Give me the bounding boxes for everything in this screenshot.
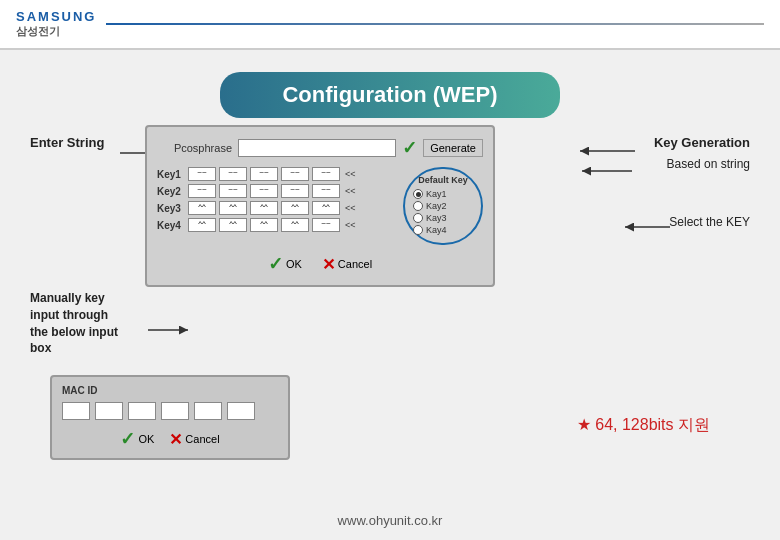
- key2-cell3: ~~: [250, 184, 278, 198]
- enter-string-label: Enter String: [30, 135, 104, 150]
- based-on-string-label: Based on string: [667, 157, 750, 171]
- brand-sub: 삼성전기: [16, 24, 60, 39]
- key3-cell5: ^^: [312, 201, 340, 215]
- arrow-key-gen: [575, 141, 635, 161]
- key1-cell3: ~~: [250, 167, 278, 181]
- default-key-title: Default Key: [413, 175, 473, 185]
- passphrase-row: Pcosphrase ✓ Generate: [157, 137, 483, 159]
- key2-label: Key2: [157, 186, 185, 197]
- radio-key1-label: Kay1: [426, 189, 447, 199]
- passphrase-label: Pcosphrase: [157, 142, 232, 154]
- mac-cell-3[interactable]: [128, 402, 156, 420]
- radio-row-key2[interactable]: Kay2: [413, 201, 473, 211]
- key3-cell1: ^^: [188, 201, 216, 215]
- radio-row-key1[interactable]: Kay1: [413, 189, 473, 199]
- radio-row-key4[interactable]: Kay4: [413, 225, 473, 235]
- arrow-select-key: [620, 217, 670, 237]
- website-footer: www.ohyunit.co.kr: [0, 513, 780, 528]
- radio-row-key3[interactable]: Kay3: [413, 213, 473, 223]
- key3-cell3: ^^: [250, 201, 278, 215]
- ok-checkmark-icon: ✓: [268, 253, 283, 275]
- arrow-based-on: [577, 162, 632, 180]
- default-key-section: Default Key Kay1 Kay2 Kay3 Kay4: [403, 167, 483, 245]
- dialog-cancel-label: Cancel: [338, 258, 372, 270]
- arrow-manually: [148, 320, 198, 340]
- key1-cell2: ~~: [219, 167, 247, 181]
- keys-table: Key1 ~~ ~~ ~~ ~~ ~~ << Key2 ~~ ~~ ~~ ~~ …: [157, 167, 397, 245]
- main-dialog: Pcosphrase ✓ Generate Key1 ~~ ~~ ~~ ~~ ~…: [145, 125, 495, 287]
- key4-cell2: ^^: [219, 218, 247, 232]
- passphrase-input[interactable]: [238, 139, 396, 157]
- key4-label: Key4: [157, 220, 185, 231]
- key-row: Key4 ^^ ^^ ^^ ^^ ~~ <<: [157, 218, 397, 232]
- key2-arrow: <<: [343, 186, 358, 196]
- key4-cell1: ^^: [188, 218, 216, 232]
- select-key-label: Select the KEY: [669, 215, 750, 229]
- mac-cell-6[interactable]: [227, 402, 255, 420]
- radio-key2[interactable]: [413, 201, 423, 211]
- radio-key1[interactable]: [413, 189, 423, 199]
- radio-key4-label: Kay4: [426, 225, 447, 235]
- key1-cell1: ~~: [188, 167, 216, 181]
- mac-dialog: MAC ID ✓ OK ✕ Cancel: [50, 375, 290, 460]
- key4-cell3: ^^: [250, 218, 278, 232]
- star-note: ★ 64, 128bits 지원: [577, 415, 710, 436]
- generate-button[interactable]: Generate: [423, 139, 483, 157]
- mac-cells-row: [62, 402, 278, 420]
- key1-label: Key1: [157, 169, 185, 180]
- mac-ok-button[interactable]: ✓ OK: [120, 428, 154, 450]
- mac-cell-2[interactable]: [95, 402, 123, 420]
- manually-key-label: Manually key input through the below inp…: [30, 290, 140, 357]
- dialog-ok-button[interactable]: ✓ OK: [268, 253, 302, 275]
- samsung-logo: SAMSUNG 삼성전기: [16, 9, 96, 39]
- key-generation-label: Key Generation: [654, 135, 750, 150]
- mac-cell-1[interactable]: [62, 402, 90, 420]
- key2-cell1: ~~: [188, 184, 216, 198]
- key-row: Key3 ^^ ^^ ^^ ^^ ^^ <<: [157, 201, 397, 215]
- radio-key4[interactable]: [413, 225, 423, 235]
- key3-label: Key3: [157, 203, 185, 214]
- brand-top: SAMSUNG: [16, 9, 96, 24]
- page-title: Configuration (WEP): [240, 82, 540, 108]
- checkmark-icon: ✓: [402, 137, 417, 159]
- key1-arrow: <<: [343, 169, 358, 179]
- mac-cell-5[interactable]: [194, 402, 222, 420]
- key4-cell5: ~~: [312, 218, 340, 232]
- key3-arrow: <<: [343, 203, 358, 213]
- key-row: Key2 ~~ ~~ ~~ ~~ ~~ <<: [157, 184, 397, 198]
- mac-cancel-label: Cancel: [185, 433, 219, 445]
- keys-section: Key1 ~~ ~~ ~~ ~~ ~~ << Key2 ~~ ~~ ~~ ~~ …: [157, 167, 483, 245]
- mac-ok-checkmark-icon: ✓: [120, 428, 135, 450]
- radio-key3[interactable]: [413, 213, 423, 223]
- mac-ok-label: OK: [138, 433, 154, 445]
- dialog-ok-label: OK: [286, 258, 302, 270]
- key1-cell5: ~~: [312, 167, 340, 181]
- mac-cancel-x-icon: ✕: [169, 430, 182, 449]
- radio-key3-label: Kay3: [426, 213, 447, 223]
- key2-cell2: ~~: [219, 184, 247, 198]
- mac-footer: ✓ OK ✕ Cancel: [62, 428, 278, 450]
- key3-cell2: ^^: [219, 201, 247, 215]
- mac-cancel-button[interactable]: ✕ Cancel: [169, 430, 219, 449]
- dialog-footer: ✓ OK ✕ Cancel: [157, 253, 483, 275]
- mac-id-label: MAC ID: [62, 385, 278, 396]
- key3-cell4: ^^: [281, 201, 309, 215]
- radio-key2-label: Kay2: [426, 201, 447, 211]
- key1-cell4: ~~: [281, 167, 309, 181]
- key4-cell4: ^^: [281, 218, 309, 232]
- key2-cell4: ~~: [281, 184, 309, 198]
- key2-cell5: ~~: [312, 184, 340, 198]
- key-row: Key1 ~~ ~~ ~~ ~~ ~~ <<: [157, 167, 397, 181]
- header-line: [106, 23, 764, 25]
- key4-arrow: <<: [343, 220, 358, 230]
- cancel-x-icon: ✕: [322, 255, 335, 274]
- title-bar: Configuration (WEP): [220, 72, 560, 118]
- header: SAMSUNG 삼성전기: [0, 0, 780, 50]
- mac-cell-4[interactable]: [161, 402, 189, 420]
- dialog-cancel-button[interactable]: ✕ Cancel: [322, 255, 372, 274]
